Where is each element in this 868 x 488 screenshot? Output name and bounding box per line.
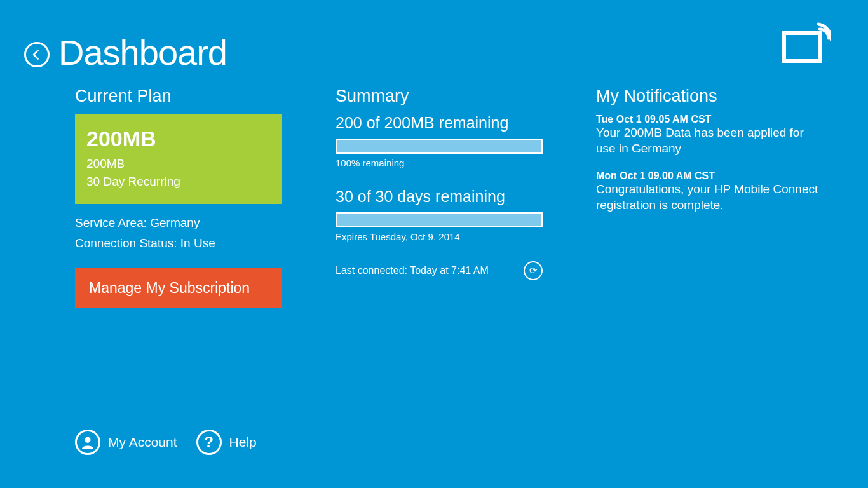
page-title: Dashboard [58,32,227,73]
plan-recurring: 30 Day Recurring [86,173,271,191]
help-label: Help [229,435,257,450]
summary-title: Summary [336,86,545,106]
service-area: Service Area: Germany [75,213,285,233]
summary-section: Summary 200 of 200MB remaining 100% rema… [336,86,545,308]
last-connected-text: Last connected: Today at 7:41 AM [336,265,489,276]
app-logo-icon [782,22,831,69]
data-remaining-text: 200 of 200MB remaining [336,114,545,132]
notifications-section: My Notifications Tue Oct 1 09.05 AM CST … [596,86,825,308]
connection-status: Connection Status: In Use [75,233,285,254]
footer-nav: My Account ? Help [75,430,257,455]
notifications-title: My Notifications [596,86,825,106]
notification-date: Mon Oct 1 09.00 AM CST [596,170,825,182]
plan-sub-amount: 200MB [86,155,271,173]
svg-point-1 [85,437,90,443]
days-remaining-caption: Expires Tuesday, Oct 9, 2014 [336,231,545,242]
days-remaining-text: 30 of 30 days remaining [336,187,545,206]
notification-body: Congratulations, your HP Mobile Connect … [596,182,825,213]
data-progress-bar [336,139,543,154]
my-account-label: My Account [108,435,177,450]
current-plan-section: Current Plan 200MB 200MB 30 Day Recurrin… [75,86,285,308]
notification-body: Your 200MB Data has been applied for use… [596,125,825,156]
plan-card: 200MB 200MB 30 Day Recurring [75,114,282,204]
notification-item: Mon Oct 1 09.00 AM CST Congratulations, … [596,170,825,213]
days-progress-fill [337,214,541,226]
plan-amount: 200MB [86,126,271,151]
refresh-icon: ⟳ [529,265,538,276]
content-area: Current Plan 200MB 200MB 30 Day Recurrin… [75,86,830,308]
current-plan-title: Current Plan [75,86,285,106]
manage-subscription-button[interactable]: Manage My Subscription [75,268,282,308]
help-button[interactable]: ? Help [196,430,257,455]
notification-item: Tue Oct 1 09.05 AM CST Your 200MB Data h… [596,114,825,156]
user-icon [75,430,100,455]
back-button[interactable] [24,42,50,67]
refresh-button[interactable]: ⟳ [524,261,543,280]
data-remaining-caption: 100% remaining [336,158,545,168]
svg-rect-0 [784,33,820,61]
notification-date: Tue Oct 1 09.05 AM CST [596,114,825,125]
header: Dashboard [24,32,227,73]
days-progress-bar [336,212,543,227]
last-connected-row: Last connected: Today at 7:41 AM ⟳ [336,261,543,280]
data-progress-fill [337,140,541,152]
arrow-left-icon [31,48,43,61]
help-icon: ? [196,430,222,455]
my-account-button[interactable]: My Account [75,430,177,455]
